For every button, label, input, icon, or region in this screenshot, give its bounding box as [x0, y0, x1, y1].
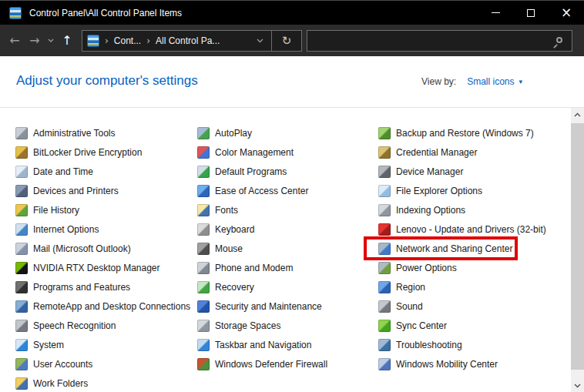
close-button[interactable]: ×	[549, 1, 584, 25]
control-panel-item-recovery[interactable]: Recovery	[197, 277, 254, 297]
item-label: Mail (Microsoft Outlook)	[33, 243, 131, 254]
control-panel-item-administrative-tools[interactable]: Administrative Tools	[15, 123, 116, 142]
breadcrumb-control-panel[interactable]: Cont...	[114, 35, 141, 46]
control-panel-item-windows-mobility-center[interactable]: Windows Mobility Center	[378, 354, 498, 374]
vertical-scrollbar[interactable]	[571, 108, 584, 392]
breadcrumb-all-control-panel-items[interactable]: All Control Pa...	[156, 35, 220, 46]
scroll-up-button[interactable]	[571, 108, 584, 121]
minimize-button[interactable]	[478, 1, 513, 25]
control-panel-item-bitlocker-drive-encryption[interactable]: BitLocker Drive Encryption	[15, 142, 142, 162]
control-panel-item-taskbar-and-navigation[interactable]: Taskbar and Navigation	[197, 335, 311, 354]
autoplay-icon	[197, 127, 210, 139]
phone-modem-icon	[197, 262, 210, 274]
item-label: Color Management	[215, 147, 294, 158]
control-panel-item-indexing-options[interactable]: Indexing Options	[378, 200, 465, 219]
forward-button[interactable]: →	[25, 29, 45, 52]
credential-safe-icon	[378, 146, 391, 159]
control-panel-item-nvidia-rtx-desktop-manager[interactable]: NVIDIA RTX Desktop Manager	[15, 258, 160, 277]
item-label: Lenovo - Update and Drivers (32-bit)	[396, 224, 546, 235]
control-panel-item-security-and-maintenance[interactable]: Security and Maintenance	[197, 297, 322, 316]
breadcrumb-separator-icon: ›	[99, 35, 114, 46]
microphone-icon	[15, 320, 28, 332]
control-panel-item-sync-center[interactable]: Sync Center	[378, 316, 447, 335]
control-panel-item-phone-and-modem[interactable]: Phone and Modem	[197, 258, 293, 277]
control-panel-item-power-options[interactable]: Power Options	[378, 258, 457, 277]
control-panel-item-sound[interactable]: Sound	[378, 297, 423, 316]
refresh-button[interactable]: ↻	[272, 31, 301, 51]
control-panel-item-speech-recognition[interactable]: Speech Recognition	[15, 316, 116, 335]
ease-of-access-icon	[197, 185, 210, 197]
date-time-clock-icon	[15, 166, 28, 178]
control-panel-item-windows-defender-firewall[interactable]: Windows Defender Firewall	[197, 354, 327, 374]
control-panel-item-user-accounts[interactable]: User Accounts	[15, 354, 92, 374]
item-label: File History	[33, 205, 79, 216]
chevron-up-icon	[574, 112, 581, 117]
control-panel-item-date-and-time[interactable]: Date and Time	[15, 162, 93, 181]
chevron-down-icon	[48, 39, 54, 42]
file-history-icon	[15, 204, 28, 216]
control-panel-item-credential-manager[interactable]: Credential Manager	[378, 142, 477, 162]
control-panel-item-keyboard[interactable]: Keyboard	[197, 219, 254, 239]
search-icon	[556, 37, 562, 43]
mouse-icon	[197, 243, 210, 255]
file-explorer-icon	[378, 185, 391, 197]
region-globe-icon	[378, 281, 391, 293]
control-panel-item-device-manager[interactable]: Device Manager	[378, 162, 463, 181]
control-panel-item-region[interactable]: Region	[378, 277, 425, 297]
bitlocker-lock-icon	[15, 146, 28, 159]
content-area: Adjust your computer's settings View by:…	[0, 56, 584, 392]
control-panel-item-autoplay[interactable]: AutoPlay	[197, 123, 252, 142]
control-panel-item-work-folders[interactable]: Work Folders	[15, 374, 88, 392]
control-panel-item-color-management[interactable]: Color Management	[197, 142, 294, 162]
user-accounts-icon	[15, 358, 28, 370]
power-plug-icon	[378, 262, 391, 274]
control-panel-item-mail-microsoft-outlook[interactable]: Mail (Microsoft Outlook)	[15, 239, 131, 258]
control-panel-item-storage-spaces[interactable]: Storage Spaces	[197, 316, 280, 335]
scroll-down-button[interactable]	[571, 379, 584, 392]
control-panel-item-remoteapp-and-desktop-connections[interactable]: RemoteApp and Desktop Connections	[15, 297, 190, 316]
recent-locations-button[interactable]	[45, 29, 57, 52]
item-label: Ease of Access Center	[215, 186, 308, 196]
control-panel-item-file-explorer-options[interactable]: File Explorer Options	[378, 181, 482, 200]
control-panel-item-file-history[interactable]: File History	[15, 200, 79, 219]
up-button[interactable]: ↑	[57, 29, 77, 52]
header-divider	[0, 107, 584, 108]
color-management-icon	[197, 146, 210, 159]
backup-restore-icon	[378, 127, 391, 139]
control-panel-item-default-programs[interactable]: Default Programs	[197, 162, 287, 181]
item-label: Default Programs	[215, 166, 287, 177]
item-label: AutoPlay	[215, 128, 252, 139]
back-arrow-icon: ←	[9, 33, 19, 48]
device-manager-icon	[378, 166, 391, 178]
item-label: Keyboard	[215, 224, 254, 235]
control-panel-item-system[interactable]: System	[15, 335, 64, 354]
mobility-center-icon	[378, 358, 391, 370]
item-label: Network and Sharing Center	[396, 243, 512, 254]
control-panel-item-internet-options[interactable]: Internet Options	[15, 219, 99, 239]
search-box[interactable]	[307, 30, 572, 52]
control-panel-item-lenovo-update-and-drivers-32-bit[interactable]: Lenovo - Update and Drivers (32-bit)	[378, 219, 546, 239]
maximize-icon	[527, 9, 535, 17]
item-label: Programs and Features	[33, 282, 130, 293]
control-panel-item-devices-and-printers[interactable]: Devices and Printers	[15, 181, 119, 200]
item-label: Backup and Restore (Windows 7)	[396, 128, 534, 139]
scrollbar-thumb[interactable]	[571, 123, 584, 370]
control-panel-item-backup-and-restore-windows-7[interactable]: Backup and Restore (Windows 7)	[378, 123, 534, 142]
control-panel-item-troubleshooting[interactable]: Troubleshooting	[378, 335, 462, 354]
control-panel-item-ease-of-access-center[interactable]: Ease of Access Center	[197, 181, 308, 200]
item-label: Speech Recognition	[33, 320, 116, 331]
back-button[interactable]: ←	[5, 29, 25, 52]
view-by-dropdown[interactable]: Small icons	[467, 76, 514, 87]
address-dropdown-button[interactable]	[249, 39, 271, 43]
item-label: System	[33, 340, 64, 350]
window-title: Control Panel\All Control Panel Items	[29, 8, 478, 18]
control-panel-window: Control Panel\All Control Panel Items × …	[0, 0, 584, 392]
control-panel-item-fonts[interactable]: Fonts	[197, 200, 238, 219]
address-bar[interactable]: › Cont... › All Control Pa... ↻	[82, 30, 302, 52]
control-panel-item-mouse[interactable]: Mouse	[197, 239, 243, 258]
sync-arrows-icon	[378, 320, 391, 332]
control-panel-item-programs-and-features[interactable]: Programs and Features	[15, 277, 130, 297]
maximize-button[interactable]	[513, 1, 549, 25]
control-panel-item-network-and-sharing-center[interactable]: Network and Sharing Center	[378, 239, 512, 258]
search-input[interactable]	[307, 31, 572, 51]
